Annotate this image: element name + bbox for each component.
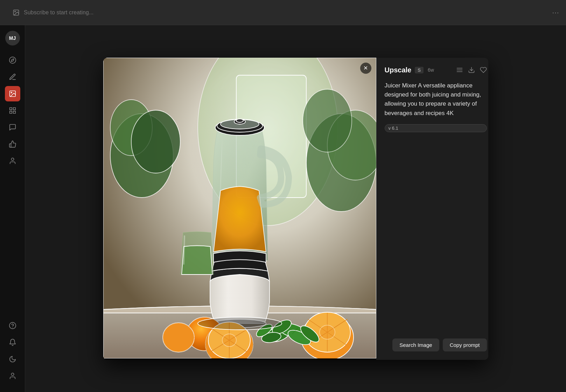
image-modal: ✕: [103, 58, 488, 360]
time-ago: 6w: [428, 67, 434, 73]
menu-action-button[interactable]: [456, 66, 463, 73]
sidebar-item-account[interactable]: [5, 368, 20, 384]
svg-rect-8: [13, 111, 15, 113]
sidebar-item-help[interactable]: [5, 318, 20, 333]
sidebar-item-notifications[interactable]: [5, 335, 20, 350]
menu-icon: [456, 66, 463, 73]
content-area: ✕: [25, 25, 566, 392]
image-panel: ✕: [103, 58, 376, 360]
svg-point-55: [198, 317, 282, 330]
account-icon: [9, 372, 16, 380]
message-icon: [9, 123, 16, 131]
bell-icon: [9, 338, 16, 346]
compass-icon: [9, 56, 16, 64]
info-panel: Upscale S 6w: [376, 58, 488, 360]
blender-image: [103, 58, 376, 358]
sidebar-bottom: [5, 318, 20, 386]
sidebar-item-collections[interactable]: [5, 103, 20, 118]
svg-point-1: [15, 11, 16, 12]
create-input[interactable]: [24, 9, 543, 16]
svg-rect-6: [9, 108, 12, 110]
sidebar-item-chat[interactable]: [5, 120, 20, 135]
collections-icon: [9, 107, 16, 114]
moon-icon: [9, 355, 16, 363]
svg-point-19: [131, 110, 180, 173]
sidebar-item-theme[interactable]: [5, 351, 20, 367]
svg-point-45: [320, 325, 335, 339]
version-badge: v 6.1: [385, 124, 487, 132]
sidebar-item-images[interactable]: [5, 86, 20, 101]
close-icon: ✕: [363, 65, 368, 71]
sidebar-item-explore[interactable]: [5, 52, 20, 68]
download-action-button[interactable]: [468, 66, 475, 73]
edit-icon: [9, 73, 16, 81]
avatar[interactable]: MJ: [5, 31, 20, 45]
info-actions: [456, 66, 487, 73]
search-input-wrapper: [7, 9, 548, 16]
modal-title: Upscale: [385, 66, 412, 74]
svg-point-22: [303, 89, 352, 152]
sidebar-nav: [5, 52, 20, 318]
sidebar-item-profile[interactable]: [5, 153, 20, 169]
like-action-button[interactable]: [480, 66, 487, 73]
svg-point-2: [9, 57, 15, 63]
svg-rect-9: [9, 111, 12, 113]
download-icon: [468, 66, 475, 73]
svg-point-5: [11, 92, 12, 93]
copy-prompt-button[interactable]: Copy prompt: [443, 338, 487, 351]
main-layout: MJ: [0, 25, 566, 392]
thumbup-icon: [9, 140, 16, 148]
info-footer: Search Image Copy prompt: [385, 338, 487, 351]
heart-icon: [480, 66, 487, 73]
svg-point-10: [11, 158, 14, 161]
sidebar: MJ: [0, 25, 25, 392]
info-header: Upscale S 6w: [385, 66, 487, 74]
help-icon: [9, 322, 16, 329]
person-icon: [9, 157, 16, 165]
search-image-button[interactable]: Search Image: [392, 338, 439, 351]
more-options-icon[interactable]: ⋯: [552, 8, 559, 17]
top-bar: ⋯: [0, 0, 566, 25]
svg-point-39: [222, 334, 236, 347]
sidebar-item-like[interactable]: [5, 136, 20, 152]
svg-rect-7: [13, 108, 15, 110]
svg-point-11: [9, 322, 15, 329]
sidebar-item-create[interactable]: [5, 69, 20, 85]
image-icon: [13, 9, 20, 16]
version-text: v 6.1: [389, 126, 398, 131]
svg-marker-3: [11, 59, 14, 62]
svg-point-28: [236, 119, 243, 122]
image-description: Juicer Mixer A versatile appliance desig…: [385, 81, 487, 118]
image-nav-icon: [9, 90, 16, 98]
svg-point-13: [11, 373, 14, 376]
close-button[interactable]: ✕: [360, 63, 371, 74]
upscale-badge: S: [415, 67, 424, 73]
